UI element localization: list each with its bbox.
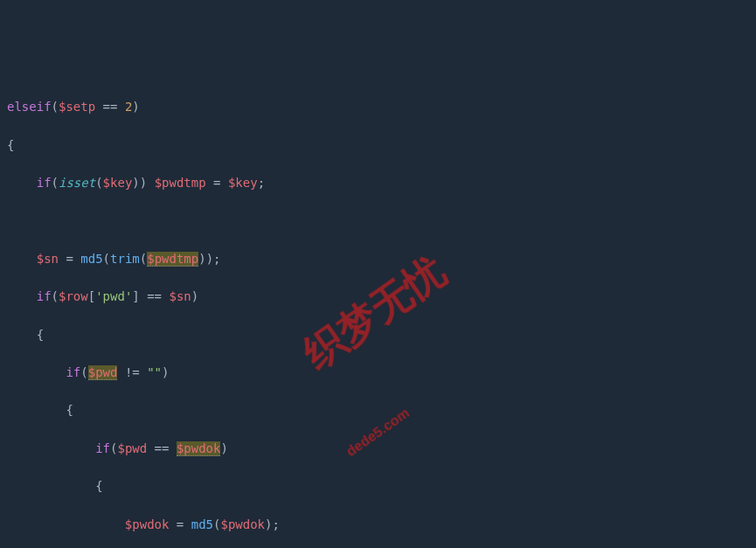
function-trim: trim (110, 252, 140, 266)
code-line: { (7, 326, 749, 345)
code-line: $pwdok = md5($pwdok); (7, 516, 749, 535)
code-line (7, 212, 749, 232)
keyword-if: if (37, 289, 52, 303)
code-line: $sn = md5(trim($pwdtmp)); (7, 250, 749, 269)
variable-pwdok: $pwdok (220, 517, 265, 531)
variable-pwdtmp: $pwdtmp (155, 176, 206, 190)
code-editor-viewport: elseif($setp == 2) { if(isset($key)) $pw… (7, 80, 749, 548)
code-line: if($pwd != "") (7, 364, 749, 383)
code-line: if(isset($key)) $pwdtmp = $key; (7, 174, 749, 193)
keyword-if: if (95, 441, 110, 455)
variable-pwdok: $pwdok (125, 517, 170, 531)
function-md5: md5 (191, 517, 213, 531)
code-line: elseif($setp == 2) (7, 98, 749, 117)
variable-pwdok-highlighted: $pwdok (177, 441, 221, 456)
variable-key: $key (103, 176, 133, 190)
string-pwd-index: 'pwd' (95, 289, 132, 303)
code-line: { (7, 136, 749, 156)
function-isset: isset (59, 176, 95, 190)
keyword-if: if (37, 176, 52, 190)
variable-sn: $sn (169, 289, 191, 303)
code-line: if($pwd == $pwdok) (7, 440, 749, 459)
string-empty: "" (147, 365, 162, 379)
keyword-elseif: elseif (7, 100, 52, 114)
variable-key: $key (228, 176, 258, 190)
code-line: if($row['pwd'] == $sn) (7, 288, 749, 307)
variable-pwd-highlighted: $pwd (88, 365, 118, 380)
code-line: { (7, 401, 749, 420)
keyword-if: if (66, 365, 80, 379)
function-md5: md5 (80, 252, 102, 266)
variable-row: $row (59, 289, 88, 303)
variable-setp: $setp (59, 100, 95, 114)
variable-pwd: $pwd (117, 441, 147, 455)
code-line: { (7, 477, 749, 496)
variable-pwdtmp-highlighted: $pwdtmp (147, 252, 198, 267)
variable-sn: $sn (37, 252, 59, 266)
